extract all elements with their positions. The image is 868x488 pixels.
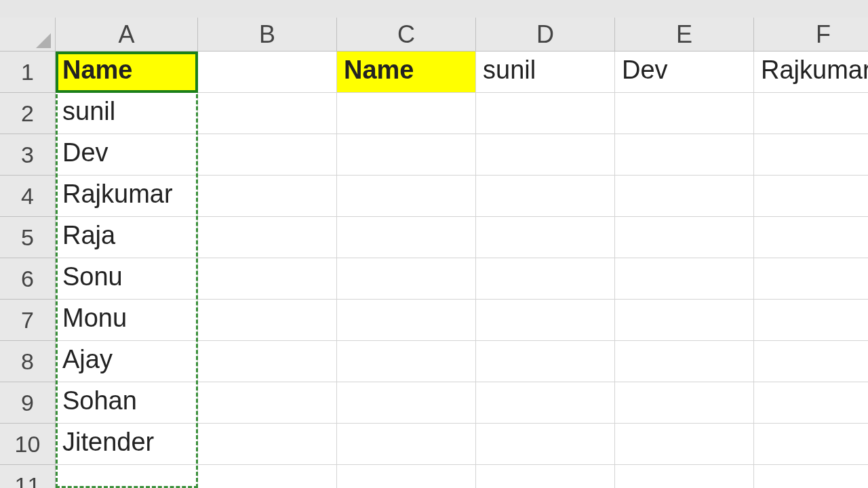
- cell-A10[interactable]: Jitender: [56, 424, 198, 465]
- cell-D3[interactable]: [476, 134, 615, 176]
- row-header-6[interactable]: 6: [0, 258, 56, 300]
- cell-C3[interactable]: [337, 134, 476, 176]
- cell-B10[interactable]: [198, 424, 337, 465]
- cell-B3[interactable]: [198, 134, 337, 176]
- cell-F2[interactable]: [754, 93, 868, 134]
- cell-F8[interactable]: [754, 341, 868, 382]
- cell-C10[interactable]: [337, 424, 476, 465]
- cell-A1[interactable]: Name: [56, 52, 198, 93]
- table-row: Monu: [56, 300, 868, 341]
- cell-B4[interactable]: [198, 176, 337, 217]
- row-header-4[interactable]: 4: [0, 176, 56, 217]
- cell-B8[interactable]: [198, 341, 337, 382]
- col-header-A[interactable]: A: [56, 18, 198, 52]
- table-row: Rajkumar: [56, 176, 868, 217]
- cell-B9[interactable]: [198, 382, 337, 424]
- cell-A6[interactable]: Sonu: [56, 258, 198, 300]
- cell-A5[interactable]: Raja: [56, 217, 198, 258]
- row-header-8[interactable]: 8: [0, 341, 56, 382]
- cell-A7[interactable]: Monu: [56, 300, 198, 341]
- cell-D4[interactable]: [476, 176, 615, 217]
- col-header-B[interactable]: B: [198, 18, 337, 52]
- cell-E4[interactable]: [615, 176, 754, 217]
- cell-E7[interactable]: [615, 300, 754, 341]
- cell-A11[interactable]: [56, 465, 198, 488]
- cell-C7[interactable]: [337, 300, 476, 341]
- table-row: [56, 465, 868, 488]
- table-row: Sonu: [56, 258, 868, 300]
- cell-F10[interactable]: [754, 424, 868, 465]
- table-row: Raja: [56, 217, 868, 258]
- cell-C1[interactable]: Name: [337, 52, 476, 93]
- row-header-column: 1 2 3 4 5 6 7 8 9 10 11: [0, 52, 56, 488]
- cell-F4[interactable]: [754, 176, 868, 217]
- cell-grid: Name Name sunil Dev Rajkumar sunil Dev R…: [56, 52, 868, 488]
- row-header-1[interactable]: 1: [0, 52, 56, 93]
- table-row: Dev: [56, 134, 868, 176]
- row-header-5[interactable]: 5: [0, 217, 56, 258]
- table-row: Jitender: [56, 424, 868, 465]
- cell-D11[interactable]: [476, 465, 615, 488]
- table-row: sunil: [56, 93, 868, 134]
- cell-A2[interactable]: sunil: [56, 93, 198, 134]
- cell-D1[interactable]: sunil: [476, 52, 615, 93]
- cell-C4[interactable]: [337, 176, 476, 217]
- col-header-E[interactable]: E: [615, 18, 754, 52]
- select-all-corner[interactable]: [0, 18, 56, 52]
- spreadsheet: A B C D E F 1 2 3 4 5 6 7 8 9 10 11 Name…: [0, 0, 868, 488]
- row-header-7[interactable]: 7: [0, 300, 56, 341]
- cell-B5[interactable]: [198, 217, 337, 258]
- cell-F5[interactable]: [754, 217, 868, 258]
- cell-D5[interactable]: [476, 217, 615, 258]
- cell-B1[interactable]: [198, 52, 337, 93]
- cell-C6[interactable]: [337, 258, 476, 300]
- cell-A8[interactable]: Ajay: [56, 341, 198, 382]
- column-header-row: A B C D E F: [56, 18, 868, 52]
- cell-B2[interactable]: [198, 93, 337, 134]
- app-top-strip: [0, 0, 868, 18]
- cell-F3[interactable]: [754, 134, 868, 176]
- cell-D6[interactable]: [476, 258, 615, 300]
- cell-E2[interactable]: [615, 93, 754, 134]
- cell-C2[interactable]: [337, 93, 476, 134]
- cell-D8[interactable]: [476, 341, 615, 382]
- table-row: Sohan: [56, 382, 868, 424]
- cell-B7[interactable]: [198, 300, 337, 341]
- cell-C8[interactable]: [337, 341, 476, 382]
- cell-B6[interactable]: [198, 258, 337, 300]
- cell-E6[interactable]: [615, 258, 754, 300]
- cell-E11[interactable]: [615, 465, 754, 488]
- row-header-9[interactable]: 9: [0, 382, 56, 424]
- row-header-3[interactable]: 3: [0, 134, 56, 176]
- cell-D7[interactable]: [476, 300, 615, 341]
- row-header-2[interactable]: 2: [0, 93, 56, 134]
- row-header-10[interactable]: 10: [0, 424, 56, 465]
- cell-E8[interactable]: [615, 341, 754, 382]
- table-row: Ajay: [56, 341, 868, 382]
- cell-A4[interactable]: Rajkumar: [56, 176, 198, 217]
- cell-F11[interactable]: [754, 465, 868, 488]
- cell-A9[interactable]: Sohan: [56, 382, 198, 424]
- cell-F7[interactable]: [754, 300, 868, 341]
- cell-C9[interactable]: [337, 382, 476, 424]
- row-header-11[interactable]: 11: [0, 465, 56, 488]
- cell-E3[interactable]: [615, 134, 754, 176]
- cell-F1[interactable]: Rajkumar: [754, 52, 868, 93]
- col-header-F[interactable]: F: [754, 18, 868, 52]
- cell-F9[interactable]: [754, 382, 868, 424]
- cell-F6[interactable]: [754, 258, 868, 300]
- col-header-D[interactable]: D: [476, 18, 615, 52]
- cell-D10[interactable]: [476, 424, 615, 465]
- cell-E10[interactable]: [615, 424, 754, 465]
- cell-E9[interactable]: [615, 382, 754, 424]
- cell-E5[interactable]: [615, 217, 754, 258]
- cell-B11[interactable]: [198, 465, 337, 488]
- cell-C11[interactable]: [337, 465, 476, 488]
- cell-E1[interactable]: Dev: [615, 52, 754, 93]
- cell-D2[interactable]: [476, 93, 615, 134]
- cell-A3[interactable]: Dev: [56, 134, 198, 176]
- cell-D9[interactable]: [476, 382, 615, 424]
- cell-C5[interactable]: [337, 217, 476, 258]
- table-row: Name Name sunil Dev Rajkumar: [56, 52, 868, 93]
- col-header-C[interactable]: C: [337, 18, 476, 52]
